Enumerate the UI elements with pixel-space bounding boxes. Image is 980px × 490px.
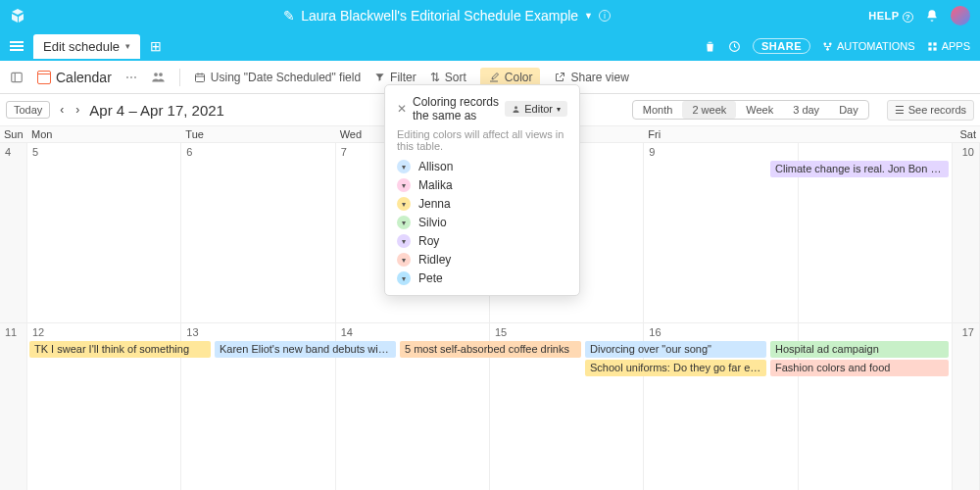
svg-point-4: [826, 47, 829, 50]
popover-subtext: Editing colors will affect all views in …: [397, 128, 567, 152]
editor-name: Silvio: [418, 216, 447, 229]
day-cell[interactable]: 11: [0, 323, 27, 490]
people-icon[interactable]: [151, 71, 166, 83]
svg-point-11: [154, 73, 158, 76]
svg-rect-9: [12, 73, 23, 81]
dropdown-caret-icon[interactable]: ▼: [584, 11, 593, 21]
app-logo-icon: [10, 8, 25, 24]
date-range: Apr 4 – Apr 17, 2021: [89, 102, 224, 119]
seg-month[interactable]: Month: [633, 101, 683, 119]
history-icon[interactable]: [728, 40, 741, 53]
filter-button[interactable]: Filter: [374, 71, 416, 84]
svg-point-3: [829, 42, 832, 45]
editor-item[interactable]: ▾Allison: [397, 160, 567, 173]
pencil-icon: ✎: [283, 8, 295, 24]
trash-icon[interactable]: [704, 40, 716, 53]
seg-2week[interactable]: 2 week: [682, 101, 736, 119]
sort-button[interactable]: ⇅ Sort: [430, 71, 466, 84]
tab-label: Edit schedule: [43, 39, 120, 54]
color-swatch[interactable]: ▾: [397, 216, 411, 229]
sort-icon: ⇅: [430, 71, 440, 84]
editor-name: Roy: [418, 234, 439, 248]
editor-item[interactable]: ▾Ridley: [397, 253, 567, 267]
svg-point-17: [514, 106, 517, 109]
color-swatch[interactable]: ▾: [397, 253, 411, 267]
share-view-button[interactable]: Share view: [554, 71, 628, 84]
day-cell[interactable]: 10: [953, 143, 980, 323]
sidebar-toggle-icon[interactable]: [10, 71, 24, 84]
seg-day[interactable]: Day: [829, 101, 868, 119]
calendar-event[interactable]: Fashion colors and food: [770, 360, 949, 376]
see-records-button[interactable]: ☰ See records: [887, 100, 974, 121]
day-cell[interactable]: 4: [0, 143, 27, 323]
view-range-segmented[interactable]: Month 2 week Week 3 day Day: [632, 100, 869, 120]
color-swatch[interactable]: ▾: [397, 160, 411, 173]
calendar-event[interactable]: TK I swear I'll think of something: [29, 341, 211, 358]
editor-item[interactable]: ▾Pete: [397, 271, 567, 285]
calendar-event[interactable]: 5 most self-absorbed coffee drinks: [400, 341, 581, 358]
calendar-event[interactable]: Divorcing over "our song": [585, 341, 766, 358]
editor-item[interactable]: ▾Silvio: [397, 216, 567, 229]
calendar-icon: [37, 71, 51, 84]
prev-button[interactable]: ‹: [58, 103, 66, 117]
editor-name: Malika: [418, 178, 453, 192]
date-field-button[interactable]: Using "Date Scheduled" field: [194, 71, 361, 84]
info-icon[interactable]: i: [599, 10, 611, 22]
menu-icon[interactable]: [10, 41, 24, 51]
view-type-button[interactable]: Calendar: [37, 70, 112, 85]
color-swatch[interactable]: ▾: [397, 234, 411, 248]
list-icon: ☰: [895, 104, 905, 117]
day-cell[interactable]: 5: [27, 143, 181, 323]
editor-name: Ridley: [418, 253, 451, 267]
calendar-event[interactable]: Climate change is real. Jon Bon Jovi say…: [770, 161, 949, 177]
editor-item[interactable]: ▾Malika: [397, 178, 567, 192]
calendar-event[interactable]: School uniforms: Do they go far enough?: [585, 360, 766, 376]
svg-rect-6: [933, 42, 936, 45]
day-cell[interactable]: 6: [181, 143, 335, 323]
color-swatch[interactable]: ▾: [397, 197, 411, 211]
editor-name: Pete: [418, 271, 443, 285]
day-cell[interactable]: 17: [953, 323, 980, 490]
share-button[interactable]: SHARE: [753, 38, 810, 54]
svg-rect-7: [928, 47, 931, 50]
color-swatch[interactable]: ▾: [397, 271, 411, 285]
automations-link[interactable]: AUTOMATIONS: [822, 40, 915, 52]
calendar-event[interactable]: Karen Eliot's new band debuts with "Best…: [215, 341, 396, 358]
svg-rect-13: [195, 74, 204, 81]
seg-week[interactable]: Week: [736, 101, 783, 119]
editor-name: Allison: [418, 160, 453, 173]
field-chip[interactable]: Editor ▾: [505, 101, 567, 117]
add-tab-button[interactable]: ⊞: [150, 38, 162, 54]
apps-link[interactable]: APPS: [927, 40, 970, 52]
svg-point-2: [823, 42, 826, 45]
color-swatch[interactable]: ▾: [397, 178, 411, 192]
calendar-event[interactable]: Hospital ad campaign: [770, 341, 949, 358]
today-button[interactable]: Today: [6, 101, 50, 119]
chevron-down-icon: ▾: [125, 41, 130, 51]
svg-rect-8: [933, 47, 936, 50]
help-link[interactable]: HELP ?: [868, 10, 913, 23]
editor-item[interactable]: ▾Jenna: [397, 197, 567, 211]
next-button[interactable]: ›: [74, 103, 81, 117]
seg-3day[interactable]: 3 day: [783, 101, 829, 119]
svg-rect-5: [928, 42, 931, 45]
avatar[interactable]: [951, 6, 970, 25]
editor-item[interactable]: ▾Roy: [397, 234, 567, 248]
page-title: Laura Blackwell's Editorial Schedule Exa…: [301, 8, 578, 24]
editor-name: Jenna: [418, 197, 451, 211]
tab-edit-schedule[interactable]: Edit schedule ▾: [33, 34, 140, 59]
bell-icon[interactable]: [925, 9, 939, 23]
svg-point-12: [159, 73, 163, 76]
more-icon[interactable]: ⋯: [125, 71, 137, 84]
popover-heading: Coloring records the same as: [413, 95, 499, 122]
color-popover: ✕ Coloring records the same as Editor ▾ …: [384, 84, 580, 296]
close-icon[interactable]: ✕: [397, 102, 407, 116]
